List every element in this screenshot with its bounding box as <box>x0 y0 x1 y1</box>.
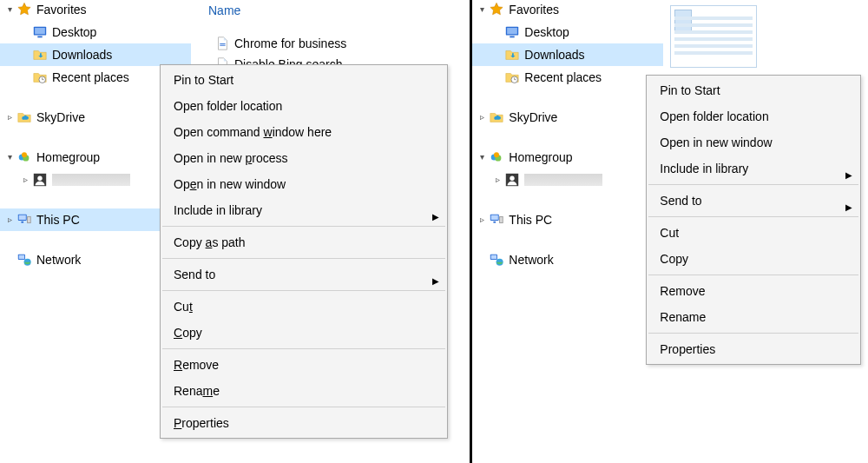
tree-item-desktop[interactable]: Desktop <box>472 21 663 43</box>
recent-places-label: Recent places <box>52 66 136 89</box>
menu-rename[interactable]: Rename <box>161 378 446 404</box>
menu-send-to[interactable]: Send to▶ <box>648 188 859 214</box>
chevron-down-icon: ▾ <box>3 3 16 16</box>
downloads-label: Downloads <box>524 43 591 66</box>
menu-copy[interactable]: Copy <box>648 246 859 272</box>
menu-remove[interactable]: Remove <box>648 278 859 304</box>
chevron-down-icon: ▾ <box>476 3 488 16</box>
downloads-folder-icon <box>31 46 49 63</box>
this-pc-icon <box>488 211 505 228</box>
chevron-right-icon: ▹ <box>3 214 16 226</box>
skydrive-label: SkyDrive <box>509 106 564 129</box>
tree-item-homegroup[interactable]: ▾ Homegroup <box>472 146 663 169</box>
favorites-label: Favorites <box>36 0 94 21</box>
skydrive-icon <box>16 109 33 126</box>
menu-separator <box>162 407 445 407</box>
menu-separator <box>162 348 445 349</box>
menu-properties[interactable]: Properties <box>161 410 446 436</box>
homegroup-icon <box>488 149 505 166</box>
chevron-right-icon: ▹ <box>3 111 16 123</box>
menu-include-in-library[interactable]: Include in library▶ <box>161 197 446 223</box>
network-label: Network <box>509 248 560 271</box>
file-icon <box>214 35 231 52</box>
menu-separator <box>648 333 858 334</box>
pane-standard-menu: ▾ Favorites Desktop Downloads Recent pla… <box>472 0 868 463</box>
this-pc-icon <box>16 211 33 228</box>
menu-separator <box>162 290 445 291</box>
downloads-label: Downloads <box>52 43 119 66</box>
desktop-label: Desktop <box>524 21 575 43</box>
tree-item-recent-places[interactable]: Recent places <box>472 66 663 89</box>
user-icon <box>503 171 521 189</box>
this-pc-label: This PC <box>509 208 559 231</box>
tree-item-skydrive[interactable]: ▹ SkyDrive <box>472 106 663 129</box>
pane-extended-menu: ▾ Favorites Desktop Downloads Recent pla… <box>0 0 470 463</box>
menu-cut[interactable]: Cut <box>648 220 859 246</box>
homegroup-label: Homegroup <box>509 146 579 169</box>
menu-separator <box>648 216 858 217</box>
tree-item-downloads[interactable]: Downloads <box>472 43 663 66</box>
desktop-icon <box>31 23 49 41</box>
menu-pin-to-start[interactable]: Pin to Start <box>161 67 446 93</box>
tree-item-user[interactable]: ▹ <box>472 169 663 191</box>
skydrive-label: SkyDrive <box>36 106 92 129</box>
menu-open-folder-location[interactable]: Open folder location <box>648 103 859 129</box>
chevron-right-icon: ▹ <box>491 174 503 186</box>
this-pc-label: This PC <box>36 208 87 231</box>
context-menu-standard: Pin to Start Open folder location Open i… <box>646 75 861 365</box>
menu-rename[interactable]: Rename <box>648 304 859 330</box>
star-icon <box>16 1 33 18</box>
user-icon <box>31 171 49 189</box>
menu-open-new-window[interactable]: Open in new window <box>648 129 859 155</box>
list-item[interactable]: Chrome for business <box>214 33 346 54</box>
chevron-right-icon: ▹ <box>476 111 488 123</box>
desktop-label: Desktop <box>52 21 103 43</box>
menu-pin-to-start[interactable]: Pin to Start <box>648 77 859 103</box>
recent-places-label: Recent places <box>524 66 608 89</box>
downloads-folder-icon <box>503 46 521 63</box>
chevron-right-icon: ▹ <box>476 214 488 226</box>
menu-send-to[interactable]: Send to▶ <box>161 261 446 288</box>
context-menu-extended: Pin to Start Open folder location Open c… <box>160 64 448 439</box>
menu-open-command-window[interactable]: Open command window here <box>161 119 446 145</box>
homegroup-label: Homegroup <box>36 146 107 169</box>
chevron-down-icon: ▾ <box>3 151 16 163</box>
network-icon <box>16 251 33 268</box>
favorites-label: Favorites <box>509 0 566 21</box>
desktop-icon <box>503 23 521 41</box>
tree-item-network[interactable]: Network <box>472 248 663 271</box>
menu-properties[interactable]: Properties <box>648 336 859 362</box>
item-label: Chrome for business <box>234 36 346 50</box>
tree-item-favorites[interactable]: ▾ Favorites <box>0 0 191 21</box>
tree-item-favorites[interactable]: ▾ Favorites <box>472 0 663 21</box>
menu-remove[interactable]: Remove <box>161 352 446 378</box>
menu-separator <box>162 226 445 227</box>
menu-open-new-process[interactable]: Open in new process <box>161 145 446 171</box>
tree-item-downloads[interactable]: Downloads <box>0 43 191 66</box>
nav-tree: ▾ Favorites Desktop Downloads Recent pla… <box>472 0 663 271</box>
preview-thumbnail[interactable] <box>670 5 757 68</box>
chevron-right-icon: ▹ <box>19 174 31 186</box>
username-redacted <box>524 174 602 186</box>
menu-include-in-library[interactable]: Include in library▶ <box>648 155 859 182</box>
menu-copy-as-path[interactable]: Copy as path <box>161 229 446 255</box>
menu-cut[interactable]: Cut <box>161 294 446 320</box>
skydrive-icon <box>488 109 505 126</box>
network-icon <box>488 251 505 268</box>
menu-separator <box>648 274 858 275</box>
menu-separator <box>648 184 858 185</box>
menu-separator <box>162 258 445 259</box>
menu-open-new-window[interactable]: Open in new window <box>161 171 446 197</box>
tree-item-this-pc[interactable]: ▹ This PC <box>472 208 663 231</box>
username-redacted <box>52 174 130 186</box>
star-icon <box>488 1 505 18</box>
recent-places-icon <box>503 69 521 86</box>
column-header-name[interactable]: Name <box>208 3 240 17</box>
network-label: Network <box>36 248 88 271</box>
chevron-down-icon: ▾ <box>476 151 488 163</box>
recent-places-icon <box>31 69 49 86</box>
tree-item-desktop[interactable]: Desktop <box>0 21 191 43</box>
menu-open-folder-location[interactable]: Open folder location <box>161 93 446 119</box>
menu-copy[interactable]: Copy <box>161 320 446 346</box>
homegroup-icon <box>16 149 33 166</box>
